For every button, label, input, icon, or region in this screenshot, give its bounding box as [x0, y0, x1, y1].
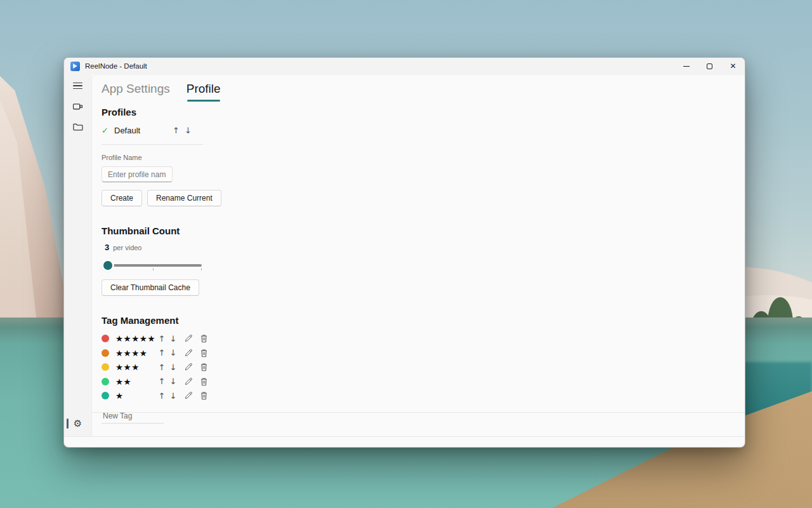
- tab-app-settings[interactable]: App Settings: [102, 81, 170, 97]
- tag-edit-button[interactable]: [183, 389, 194, 402]
- desktop-wallpaper: ReelNode - Default ✕: [0, 0, 812, 508]
- video-camera-icon: [72, 101, 83, 112]
- maximize-icon: [707, 64, 712, 69]
- profile-move-up-button[interactable]: ↑: [170, 124, 182, 137]
- tag-move-down-button[interactable]: ↓: [167, 375, 179, 388]
- pencil-icon: [184, 363, 193, 371]
- app-icon: [70, 62, 80, 71]
- tag-management-heading: Tag Management: [102, 315, 735, 326]
- trash-icon: [200, 349, 208, 358]
- create-profile-button[interactable]: Create: [102, 190, 142, 206]
- nav-selection-indicator: [67, 418, 69, 429]
- sidebar: ⚙: [64, 74, 91, 437]
- sidebar-item-videos[interactable]: [69, 98, 86, 114]
- folder-icon: [72, 121, 83, 132]
- tag-color-dot: [102, 335, 109, 342]
- tag-color-dot: [102, 349, 109, 357]
- window-body: ⚙ App Settings Profile Profiles ✓ Defaul…: [64, 74, 745, 447]
- content-bottom-divider: [92, 412, 745, 413]
- tag-list: ★★★★★ ↑ ↓ ★★★★ ↑ ↓: [102, 331, 735, 403]
- maximize-button[interactable]: [698, 58, 721, 74]
- sidebar-item-settings[interactable]: ⚙: [69, 416, 86, 431]
- pencil-icon: [184, 349, 193, 358]
- clear-thumbnail-cache-button[interactable]: Clear Thumbnail Cache: [102, 279, 199, 296]
- thumbnail-count-heading: Thumbnail Count: [102, 225, 735, 236]
- tag-move-up-button[interactable]: ↑: [156, 375, 167, 388]
- tab-profile[interactable]: Profile: [187, 81, 221, 97]
- slider-tick: [201, 268, 202, 271]
- sidebar-item-folders[interactable]: [69, 119, 86, 134]
- profile-actions: Create Rename Current: [102, 190, 735, 206]
- tag-edit-button[interactable]: [183, 361, 194, 373]
- tag-move-down-button[interactable]: ↓: [167, 361, 179, 373]
- tag-row: ★★★★ ↑ ↓: [102, 346, 735, 360]
- window-bottom-divider: [64, 436, 745, 437]
- thumbnail-count-unit: per video: [113, 244, 141, 251]
- nav-menu-button[interactable]: [69, 78, 86, 93]
- tag-edit-button[interactable]: [183, 347, 194, 359]
- tag-move-up-button[interactable]: ↑: [156, 361, 167, 373]
- trash-icon: [200, 363, 208, 371]
- profile-name-field-label: Profile Name: [102, 154, 735, 161]
- trash-icon: [200, 334, 208, 343]
- trash-icon: [200, 391, 208, 400]
- tag-stars-label: ★★: [115, 377, 156, 387]
- rename-current-button[interactable]: Rename Current: [147, 190, 221, 206]
- tag-move-down-button[interactable]: ↓: [167, 332, 179, 345]
- tag-delete-button[interactable]: [198, 332, 209, 345]
- tag-edit-button[interactable]: [183, 332, 194, 345]
- tag-color-dot: [102, 392, 109, 399]
- close-button[interactable]: ✕: [721, 58, 745, 74]
- tag-move-up-button[interactable]: ↑: [156, 347, 167, 359]
- thumbnail-count-value-row: 3 per video: [102, 243, 735, 252]
- trash-icon: [200, 377, 208, 386]
- titlebar[interactable]: ReelNode - Default ✕: [64, 58, 745, 74]
- tab-profile-label: Profile: [187, 82, 221, 95]
- slider-tick: [153, 268, 154, 271]
- tab-bar: App Settings Profile: [102, 81, 735, 97]
- close-icon: ✕: [730, 62, 736, 70]
- slider-track[interactable]: [103, 264, 202, 267]
- tag-row: ★★★ ↑ ↓: [102, 360, 735, 374]
- pencil-icon: [184, 391, 193, 400]
- tag-color-dot: [102, 363, 109, 371]
- tag-row: ★★ ↑ ↓: [102, 375, 735, 389]
- hamburger-icon: [73, 83, 82, 90]
- profile-name-input[interactable]: [102, 166, 173, 182]
- pencil-icon: [184, 334, 193, 343]
- tag-color-dot: [102, 378, 109, 385]
- tag-move-up-button[interactable]: ↑: [156, 332, 167, 345]
- tag-delete-button[interactable]: [198, 389, 209, 402]
- tag-delete-button[interactable]: [198, 361, 209, 373]
- profile-name-label: Default: [114, 126, 170, 135]
- check-icon: ✓: [102, 126, 114, 135]
- tag-row: ★★★★★ ↑ ↓: [102, 331, 735, 345]
- settings-content: App Settings Profile Profiles ✓ Default …: [91, 74, 745, 437]
- pencil-icon: [184, 377, 193, 386]
- tag-stars-label: ★★★: [115, 362, 156, 372]
- tag-stars-label: ★★★★: [115, 348, 156, 358]
- window-controls: ✕: [674, 58, 745, 74]
- active-tab-underline: [187, 100, 220, 102]
- tag-delete-button[interactable]: [198, 347, 209, 359]
- thumbnail-count-value: 3: [105, 243, 109, 252]
- tag-move-up-button[interactable]: ↑: [156, 389, 167, 402]
- divider: [102, 144, 203, 145]
- tag-edit-button[interactable]: [183, 375, 194, 388]
- thumbnail-count-slider[interactable]: [103, 260, 202, 271]
- tag-move-down-button[interactable]: ↓: [167, 347, 179, 359]
- tag-delete-button[interactable]: [198, 375, 209, 388]
- minimize-button[interactable]: [674, 58, 698, 74]
- tag-move-down-button[interactable]: ↓: [167, 389, 179, 402]
- slider-thumb[interactable]: [103, 261, 112, 270]
- tag-stars-label: ★: [115, 391, 156, 401]
- tag-stars-label: ★★★★★: [115, 333, 156, 344]
- app-window: ReelNode - Default ✕: [63, 57, 745, 448]
- new-tag-input[interactable]: [102, 408, 164, 424]
- gear-icon: ⚙: [74, 418, 82, 429]
- window-title: ReelNode - Default: [85, 62, 147, 70]
- profile-move-down-button[interactable]: ↓: [182, 124, 194, 137]
- profile-list-item[interactable]: ✓ Default ↑ ↓: [102, 124, 735, 137]
- tag-row: ★ ↑ ↓: [102, 389, 735, 403]
- profiles-heading: Profiles: [102, 107, 735, 117]
